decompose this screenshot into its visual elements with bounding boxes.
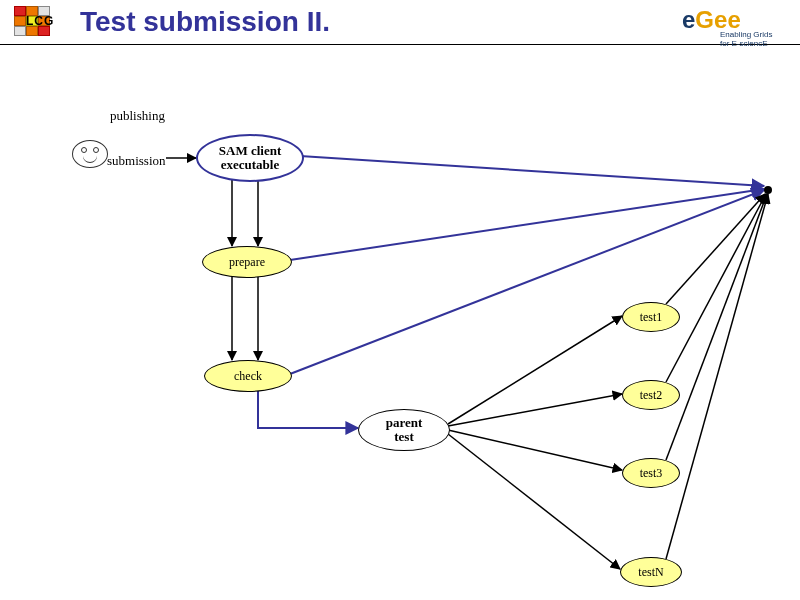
sink-dot bbox=[764, 186, 772, 194]
connector-lines bbox=[0, 44, 800, 600]
page-title: Test submission II. bbox=[80, 6, 330, 38]
lcg-text: LCG bbox=[26, 14, 54, 28]
svg-line-1 bbox=[300, 156, 764, 186]
svg-line-15 bbox=[666, 194, 768, 559]
svg-line-9 bbox=[448, 394, 622, 426]
svg-line-7 bbox=[290, 190, 764, 374]
lcg-logo: LCG bbox=[14, 6, 62, 38]
test1-label: test1 bbox=[640, 311, 663, 324]
parent-test-node: parent test bbox=[358, 409, 450, 451]
publishing-label: publishing bbox=[110, 108, 165, 124]
svg-line-8 bbox=[448, 316, 622, 424]
egee-e: e bbox=[682, 6, 695, 33]
test3-label: test3 bbox=[640, 467, 663, 480]
prepare-node: prepare bbox=[202, 246, 292, 278]
check-label: check bbox=[234, 370, 262, 383]
submission-label: submission bbox=[107, 153, 166, 169]
svg-line-11 bbox=[448, 434, 620, 569]
svg-line-10 bbox=[448, 430, 622, 470]
parent-test-label: parent test bbox=[386, 416, 423, 443]
test1-node: test1 bbox=[622, 302, 680, 332]
user-icon bbox=[72, 140, 108, 168]
testN-label: testN bbox=[638, 566, 663, 579]
sam-client-label: SAM client executable bbox=[219, 144, 281, 171]
testN-node: testN bbox=[620, 557, 682, 587]
test2-label: test2 bbox=[640, 389, 663, 402]
svg-line-6 bbox=[290, 189, 764, 260]
test3-node: test3 bbox=[622, 458, 680, 488]
prepare-label: prepare bbox=[229, 256, 265, 269]
test2-node: test2 bbox=[622, 380, 680, 410]
egee-gee: Gee bbox=[695, 6, 740, 33]
svg-line-14 bbox=[666, 194, 767, 460]
header-bar: LCG Test submission II. eGee Enabling Gr… bbox=[0, 2, 800, 45]
check-node: check bbox=[204, 360, 292, 392]
sam-client-node: SAM client executable bbox=[196, 134, 304, 182]
diagram-canvas: publishing submission SAM client executa… bbox=[0, 44, 800, 600]
